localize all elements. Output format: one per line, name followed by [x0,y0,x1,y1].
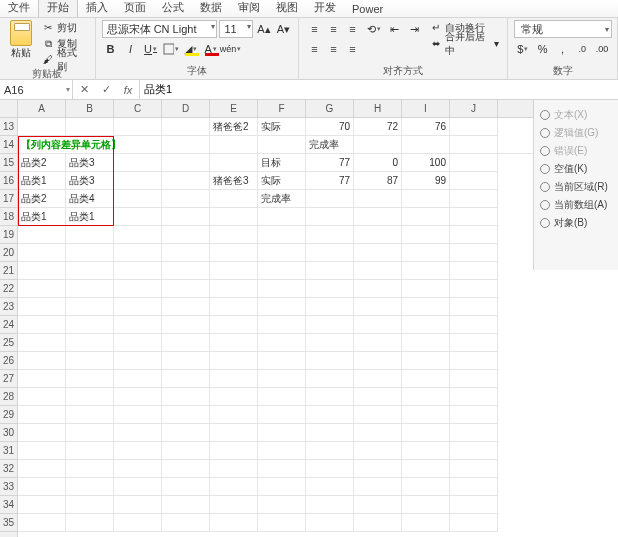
cell-A34[interactable] [18,496,66,514]
cell-B22[interactable] [66,280,114,298]
cell-grid[interactable]: 猪爸爸2实际707276【列内容差异单元格】完成率品类2品类3目标770100品… [18,118,618,537]
cell-F21[interactable] [258,262,306,280]
row-header-22[interactable]: 22 [0,280,17,298]
cell-I17[interactable] [402,190,450,208]
cell-G35[interactable] [306,514,354,532]
cell-C27[interactable] [114,370,162,388]
cell-I35[interactable] [402,514,450,532]
tab-6[interactable]: 审阅 [230,0,268,17]
cell-H18[interactable] [354,208,402,226]
cell-A20[interactable] [18,244,66,262]
cell-G27[interactable] [306,370,354,388]
cell-D14[interactable] [210,136,258,154]
underline-button[interactable]: U▾ [142,40,160,58]
cell-G13[interactable]: 70 [306,118,354,136]
format-painter-button[interactable]: 🖌格式刷 [39,52,88,67]
cell-B28[interactable] [66,388,114,406]
cell-J16[interactable] [450,172,498,190]
cell-D27[interactable] [162,370,210,388]
cell-H23[interactable] [354,298,402,316]
cell-A22[interactable] [18,280,66,298]
tab-3[interactable]: 页面 [116,0,154,17]
cell-D28[interactable] [162,388,210,406]
cell-E15[interactable] [210,154,258,172]
col-header-D[interactable]: D [162,100,210,117]
cell-E18[interactable] [210,208,258,226]
cell-C17[interactable] [114,190,162,208]
cell-H20[interactable] [354,244,402,262]
cell-A24[interactable] [18,316,66,334]
row-header-13[interactable]: 13 [0,118,17,136]
cell-C32[interactable] [114,460,162,478]
cell-E28[interactable] [210,388,258,406]
cell-G29[interactable] [306,406,354,424]
cell-C23[interactable] [114,298,162,316]
enter-formula-button[interactable]: ✓ [95,83,117,96]
cell-I27[interactable] [402,370,450,388]
cell-G25[interactable] [306,334,354,352]
row-header-31[interactable]: 31 [0,442,17,460]
cell-B25[interactable] [66,334,114,352]
cell-D13[interactable] [162,118,210,136]
row-header-20[interactable]: 20 [0,244,17,262]
goto-option[interactable]: 对象(B) [540,214,612,232]
col-header-J[interactable]: J [450,100,498,117]
cell-D34[interactable] [162,496,210,514]
cell-I23[interactable] [402,298,450,316]
cell-I19[interactable] [402,226,450,244]
row-header-33[interactable]: 33 [0,478,17,496]
cell-B30[interactable] [66,424,114,442]
cell-J35[interactable] [450,514,498,532]
cell-E22[interactable] [210,280,258,298]
cell-D19[interactable] [162,226,210,244]
cell-C30[interactable] [114,424,162,442]
cell-F32[interactable] [258,460,306,478]
cell-F25[interactable] [258,334,306,352]
row-header-23[interactable]: 23 [0,298,17,316]
cell-B18[interactable]: 品类1 [66,208,114,226]
cell-F13[interactable]: 实际 [258,118,306,136]
cell-E26[interactable] [210,352,258,370]
cell-F34[interactable] [258,496,306,514]
row-header-15[interactable]: 15 [0,154,17,172]
col-header-A[interactable]: A [18,100,66,117]
row-header-18[interactable]: 18 [0,208,17,226]
currency-button[interactable]: $▾ [514,40,532,58]
cell-D15[interactable] [162,154,210,172]
cell-I34[interactable] [402,496,450,514]
cell-F27[interactable] [258,370,306,388]
fx-button[interactable]: fx [117,84,139,96]
cell-F18[interactable] [258,208,306,226]
cell-D17[interactable] [162,190,210,208]
cell-F14[interactable]: 完成率 [306,136,354,154]
cell-A27[interactable] [18,370,66,388]
cell-G21[interactable] [306,262,354,280]
cell-H25[interactable] [354,334,402,352]
tab-4[interactable]: 公式 [154,0,192,17]
cell-J31[interactable] [450,442,498,460]
cell-D20[interactable] [162,244,210,262]
col-header-I[interactable]: I [402,100,450,117]
comma-button[interactable]: , [554,40,572,58]
row-header-28[interactable]: 28 [0,388,17,406]
row-header-14[interactable]: 14 [0,136,17,154]
cell-E32[interactable] [210,460,258,478]
col-header-G[interactable]: G [306,100,354,117]
row-header-34[interactable]: 34 [0,496,17,514]
cell-J13[interactable] [450,118,498,136]
cell-G17[interactable] [306,190,354,208]
cell-E14[interactable] [258,136,306,154]
cell-B23[interactable] [66,298,114,316]
cell-A17[interactable]: 品类2 [18,190,66,208]
row-header-26[interactable]: 26 [0,352,17,370]
cell-F20[interactable] [258,244,306,262]
cell-F19[interactable] [258,226,306,244]
cell-A14[interactable]: 【列内容差异单元格】 [18,136,162,154]
cell-I16[interactable]: 99 [402,172,450,190]
orientation-button[interactable]: ⟲▾ [365,20,383,38]
cell-B35[interactable] [66,514,114,532]
font-size-select[interactable]: 11▾ [219,20,253,38]
cell-A29[interactable] [18,406,66,424]
cell-C24[interactable] [114,316,162,334]
cell-I28[interactable] [402,388,450,406]
